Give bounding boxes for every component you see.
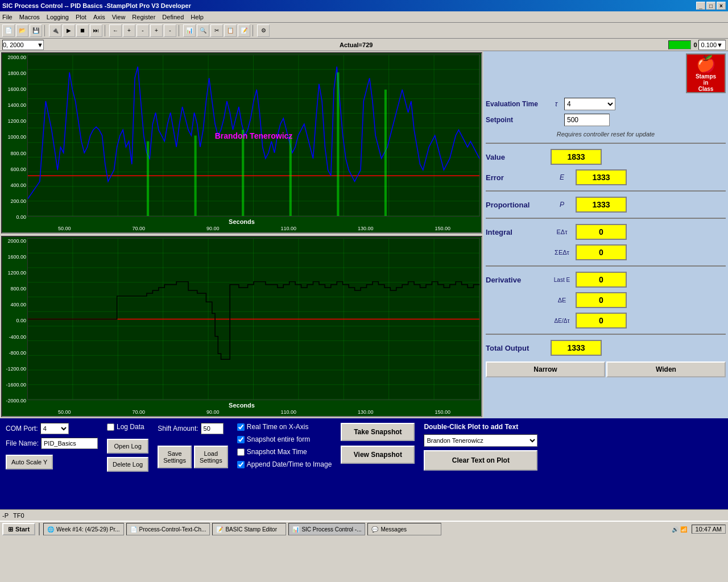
position-input[interactable]: 0, 2000: [3, 41, 37, 48]
file-name-input[interactable]: PID_Basics: [41, 438, 98, 449]
com-port-select[interactable]: 4: [40, 423, 69, 434]
toolbar-new[interactable]: 📄: [2, 24, 15, 37]
menu-axis[interactable]: Axis: [93, 14, 105, 20]
view-snapshot-button[interactable]: View Snapshot: [341, 446, 415, 464]
toolbar-b9[interactable]: 📋: [224, 24, 237, 37]
setpoint-label: Setpoint: [486, 116, 548, 124]
real-time-checkbox[interactable]: [237, 423, 245, 431]
position-combo[interactable]: 0, 2000 ▼: [2, 40, 44, 50]
toolbar-run[interactable]: ▶: [63, 24, 75, 37]
toolbar-b11[interactable]: ⚙: [257, 24, 270, 37]
name-combo: Brandon Tenerowicz: [424, 434, 537, 447]
toolbar-b8[interactable]: ✂: [210, 24, 223, 37]
taskbar-item-1[interactable]: 📄 Process-Control-Text-Ch...: [126, 523, 210, 535]
bottom-chart-x-label: Seconds: [229, 402, 255, 409]
bottom-chart[interactable]: 2000.00 1600.00 1200.00 800.00 400.00 0.…: [1, 236, 482, 417]
toolbar-b6[interactable]: 📊: [183, 24, 196, 37]
snapshot-entire-checkbox[interactable]: [237, 436, 245, 443]
minimize-btn[interactable]: _: [696, 2, 705, 10]
toolbar-b1[interactable]: ←: [109, 24, 122, 37]
toolbar-b5[interactable]: -: [164, 24, 176, 37]
toolbar-stop[interactable]: ⏹: [76, 24, 89, 37]
file-name-label: File Name:: [6, 439, 39, 447]
narrow-button[interactable]: Narrow: [486, 361, 605, 377]
toolbar-b2[interactable]: +: [123, 24, 135, 37]
svg-rect-10: [337, 72, 339, 216]
status-p: -P: [2, 512, 9, 519]
bottom-col-6: Double-Click Plot to add Text Brandon Te…: [424, 423, 537, 471]
top-chart[interactable]: 2000.00 1800.00 1600.00 1400.00 1200.00 …: [1, 52, 482, 234]
svg-rect-6: [147, 142, 149, 216]
toolbar-connect[interactable]: 🔌: [49, 24, 61, 37]
taskbar-icons: 🔊 📶: [672, 526, 687, 533]
maximize-btn[interactable]: □: [706, 2, 715, 10]
save-settings-button[interactable]: Save Settings: [158, 446, 192, 468]
taskbar-right: 🔊 📶 10:47 AM: [672, 525, 726, 534]
shift-amount-input[interactable]: [201, 423, 224, 434]
status-strip: -P TF0: [0, 509, 728, 521]
auto-scale-button[interactable]: Auto Scale Y: [6, 455, 53, 469]
menu-plot[interactable]: Plot: [76, 14, 86, 20]
real-time-label: Real Time on X-Axis: [247, 423, 309, 431]
toolbar-b10[interactable]: 📝: [238, 24, 250, 37]
dbl-click-text: Double-Click Plot to add Text: [424, 423, 537, 431]
toolbar-step[interactable]: ⏭: [90, 24, 102, 37]
menu-view[interactable]: View: [112, 14, 126, 20]
taskbar-item-3[interactable]: 📊 SIC Process Control -...: [288, 523, 365, 535]
widen-button[interactable]: Widen: [606, 361, 726, 377]
menu-register[interactable]: Register: [132, 14, 155, 20]
bottom-col-1: COM Port: 4 File Name: PID_Basics Auto S…: [6, 423, 98, 469]
log-data-checkbox[interactable]: [107, 423, 114, 431]
menu-file[interactable]: File: [2, 14, 13, 20]
integral-header-row: Integral EΔτ 0: [486, 223, 726, 241]
setpoint-input[interactable]: 500: [564, 114, 610, 126]
top-chart-x-axis: 50.0070.0090.00110.00130.00150.00: [27, 226, 481, 231]
bottom-col-4: Real Time on X-Axis Snapshot entire form…: [237, 423, 332, 468]
shift-amount-label: Shift Amount:: [158, 425, 198, 433]
toolbar-open[interactable]: 📂: [16, 24, 28, 37]
snapshot-max-checkbox[interactable]: [237, 448, 245, 456]
menu-help[interactable]: Help: [191, 14, 204, 20]
taskbar-item-4[interactable]: 💬 Messages: [367, 523, 441, 535]
eval-time-select[interactable]: 4816: [564, 98, 615, 110]
start-button[interactable]: ⊞ Start: [2, 523, 35, 535]
right-panel: 🍎 Stamps in Class Evaluation Time τ 4816…: [483, 51, 728, 418]
derivative-header-row: Derivative Last E 0: [486, 271, 726, 289]
time-combo[interactable]: 0.100 ▼: [698, 40, 726, 50]
toolbar-save[interactable]: 💾: [30, 24, 42, 37]
delete-log-button[interactable]: Delete Log: [107, 457, 148, 472]
proportional-label: Proportional: [486, 201, 548, 209]
top-chart-y-axis: 2000.00 1800.00 1600.00 1400.00 1200.00 …: [3, 53, 27, 221]
bottom-chart-x-axis: 50.0070.0090.00110.00130.00150.00: [27, 409, 481, 415]
append-date-checkbox[interactable]: [237, 461, 245, 468]
menu-macros[interactable]: Macros: [19, 14, 40, 20]
taskbar-item-0[interactable]: 🌐 Week #14: (4/25-29) Pr...: [43, 523, 124, 535]
sigma-symbol: ΣEΔτ: [551, 249, 573, 256]
svg-rect-9: [289, 136, 292, 217]
menu-logging[interactable]: Logging: [47, 14, 69, 20]
windows-icon: ⊞: [8, 526, 13, 533]
clear-text-button[interactable]: Clear Text on Plot: [424, 450, 537, 471]
msg-label: Messages: [380, 526, 407, 533]
open-log-button[interactable]: Open Log: [107, 439, 148, 454]
error-symbol: E: [551, 173, 573, 181]
total-output-label: Total Output: [486, 344, 548, 352]
bottom-chart-plot[interactable]: [27, 238, 480, 400]
logo-line3: Class: [698, 86, 714, 92]
take-snapshot-button[interactable]: Take Snapshot: [341, 423, 415, 441]
stamp-icon: 📝: [216, 526, 223, 533]
toolbar-b4[interactable]: +: [150, 24, 163, 37]
close-btn[interactable]: ×: [717, 2, 726, 10]
name-select[interactable]: Brandon Tenerowicz: [424, 434, 537, 447]
title-text: SIC Process Control -- PID Basics -Stamp…: [2, 2, 191, 9]
toolbar-b3[interactable]: -: [136, 24, 149, 37]
top-chart-plot[interactable]: Brandon Tenerowicz: [27, 55, 480, 217]
status-tf0: TF0: [13, 512, 24, 519]
toolbar-b7[interactable]: 🔍: [197, 24, 209, 37]
proportional-symbol: P: [551, 201, 573, 209]
taskbar-item-2[interactable]: 📝 BASIC Stamp Editor: [212, 523, 286, 535]
menu-defined[interactable]: Defined: [162, 14, 184, 20]
svg-rect-7: [195, 136, 197, 217]
value-label: Value: [486, 153, 548, 161]
load-settings-button[interactable]: Load Settings: [194, 446, 228, 468]
